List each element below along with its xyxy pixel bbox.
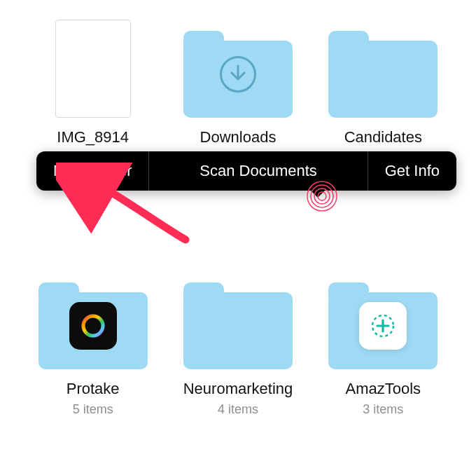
item-label: Neuromarketing — [183, 379, 293, 399]
folder-thumbnail — [314, 20, 452, 118]
folder-icon — [328, 282, 438, 369]
folder-icon — [328, 31, 438, 118]
svg-point-6 — [307, 181, 337, 211]
svg-point-1 — [83, 316, 103, 336]
menu-new-folder[interactable]: New Folder — [36, 151, 148, 191]
folder-item-neuromarketing[interactable]: Neuromarketing 4 items — [169, 271, 307, 418]
folder-icon — [183, 31, 293, 118]
file-grid: IMG_8914 24 Downloads — [0, 0, 476, 417]
item-sub: 3 items — [363, 402, 403, 417]
svg-point-3 — [318, 192, 326, 200]
folder-icon — [38, 282, 148, 369]
blank-document-icon — [55, 20, 131, 118]
item-label: IMG_8914 — [57, 128, 129, 147]
folder-thumbnail — [169, 20, 307, 118]
file-thumbnail — [24, 20, 162, 118]
item-label: Protake — [66, 379, 120, 399]
folder-item-candidates[interactable]: Candidates — [314, 20, 452, 166]
item-label: AmazTools — [346, 379, 421, 399]
protake-app-icon — [69, 302, 117, 350]
folder-item-amaztools[interactable]: AmazTools 3 items — [314, 271, 452, 418]
svg-point-4 — [314, 189, 330, 204]
folder-icon — [183, 282, 293, 369]
folder-thumbnail — [24, 271, 162, 369]
context-menu: New Folder Scan Documents Get Info — [36, 151, 456, 191]
item-sub: 5 items — [73, 402, 113, 417]
item-label: Candidates — [344, 128, 422, 147]
folder-item-downloads[interactable]: Downloads — [169, 20, 307, 166]
download-arrow-icon — [220, 56, 256, 92]
folder-thumbnail — [169, 271, 307, 369]
item-label: Downloads — [200, 128, 276, 147]
amaztools-app-icon — [359, 302, 407, 350]
folder-thumbnail — [314, 271, 452, 369]
touch-ripple-icon — [305, 179, 339, 213]
file-item-img8914[interactable]: IMG_8914 24 — [24, 20, 162, 166]
menu-get-info[interactable]: Get Info — [368, 151, 456, 191]
folder-item-protake[interactable]: Protake 5 items — [24, 271, 162, 418]
item-sub: 4 items — [218, 402, 258, 417]
